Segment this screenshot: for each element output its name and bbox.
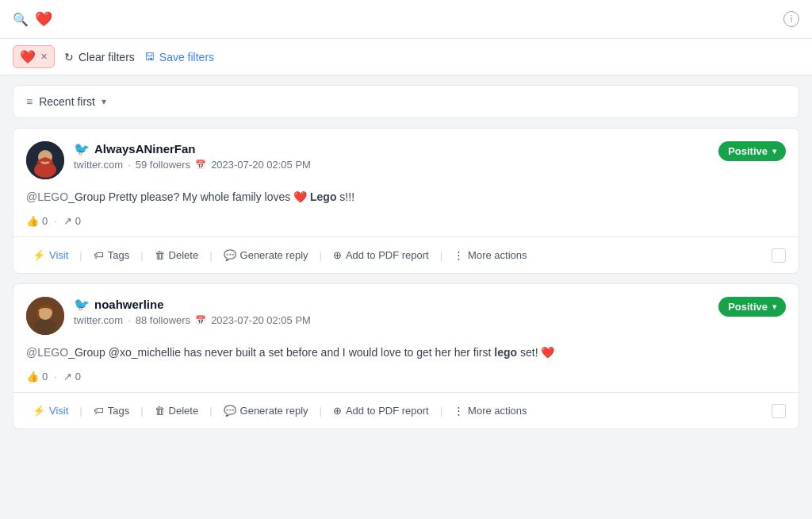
twitter-verified-icon: 🐦: [74, 297, 90, 312]
pdf-icon: ⊕: [333, 249, 342, 261]
sort-button[interactable]: ≡ Recent first ▾: [26, 95, 106, 108]
sort-icon: ≡: [26, 95, 33, 108]
filter-tag-close-icon[interactable]: ✕: [40, 52, 48, 62]
post-header: 🐦 AlwaysANinerFan twitter.com · 59 follo…: [26, 141, 786, 179]
search-heart-filter: ❤️: [35, 10, 52, 28]
share-count: 0: [75, 215, 81, 227]
post-card: 🐦 AlwaysANinerFan twitter.com · 59 follo…: [13, 128, 799, 274]
post-body: 🐦 noahwerline twitter.com · 88 followers…: [13, 284, 799, 392]
platform-label: twitter.com: [74, 159, 123, 171]
post-stats: 👍 0 · ↗ 0: [26, 215, 786, 227]
user-details: 🐦 AlwaysANinerFan twitter.com · 59 follo…: [74, 141, 311, 171]
visit-button[interactable]: ⚡ Visit: [26, 401, 75, 421]
generate-reply-button[interactable]: 💬 Generate reply: [217, 401, 315, 421]
search-icon: 🔍: [13, 12, 29, 27]
avatar-image: [26, 297, 64, 335]
followers-count: 88 followers: [136, 314, 190, 326]
action-bar: ⚡ Visit | 🏷 Tags | 🗑 Delete | 💬 Generate…: [13, 236, 799, 273]
bolt-icon: ⚡: [33, 249, 45, 261]
generate-reply-button[interactable]: 💬 Generate reply: [217, 245, 315, 265]
clear-filters-button[interactable]: ↻ Clear filters: [64, 51, 135, 63]
more-actions-button[interactable]: ⋮ More actions: [447, 401, 533, 421]
sentiment-label: Positive: [728, 301, 768, 313]
action-bar: ⚡ Visit | 🏷 Tags | 🗑 Delete | 💬 Generate…: [13, 392, 799, 429]
add-to-pdf-button[interactable]: ⊕ Add to PDF report: [327, 401, 435, 421]
more-actions-button[interactable]: ⋮ More actions: [447, 245, 533, 265]
post-checkbox[interactable]: [772, 404, 786, 418]
post-card: 🐦 noahwerline twitter.com · 88 followers…: [13, 283, 799, 429]
user-meta: twitter.com · 59 followers 📅 2023-07-20 …: [74, 159, 311, 171]
sentiment-chevron-icon: ▾: [772, 147, 776, 156]
platform-label: twitter.com: [74, 314, 123, 326]
share-icon: ↗: [63, 371, 72, 383]
like-count: 0: [42, 371, 48, 383]
thumbup-icon: 👍: [26, 215, 39, 227]
refresh-icon: ↻: [64, 51, 74, 63]
save-icon: 🖫: [144, 51, 155, 63]
post-user-info: 🐦 noahwerline twitter.com · 88 followers…: [26, 297, 311, 335]
share-count: 0: [75, 371, 81, 383]
bolt-icon: ⚡: [33, 405, 45, 417]
post-stats: 👍 0 · ↗ 0: [26, 371, 786, 383]
more-icon: ⋮: [454, 405, 464, 417]
user-name-row: 🐦 AlwaysANinerFan: [74, 141, 311, 156]
info-icon[interactable]: i: [783, 11, 799, 27]
post-user-info: 🐦 AlwaysANinerFan twitter.com · 59 follo…: [26, 141, 311, 179]
search-bar: 🔍 ❤️ i: [0, 0, 812, 39]
sort-chevron-icon: ▾: [102, 96, 106, 107]
mention: @LEGO: [26, 346, 68, 359]
post-text: @LEGO_Group @xo_michellie has never buil…: [26, 344, 786, 361]
calendar-icon: 📅: [195, 160, 206, 170]
tag-icon: 🏷: [94, 249, 104, 261]
add-to-pdf-button[interactable]: ⊕ Add to PDF report: [327, 245, 435, 265]
delete-button[interactable]: 🗑 Delete: [148, 245, 205, 265]
tags-button[interactable]: 🏷 Tags: [87, 245, 136, 265]
post-date: 2023-07-20 02:05 PM: [211, 159, 311, 171]
post-checkbox[interactable]: [772, 248, 786, 263]
chat-icon: 💬: [224, 249, 236, 261]
sentiment-badge[interactable]: Positive ▾: [718, 141, 786, 161]
share-stat: ↗ 0: [63, 371, 81, 383]
sentiment-label: Positive: [728, 145, 768, 157]
tag-icon: 🏷: [94, 405, 104, 417]
trash-icon: 🗑: [155, 249, 165, 261]
search-input-area[interactable]: [59, 8, 777, 30]
pdf-icon: ⊕: [333, 405, 342, 417]
like-count: 0: [42, 215, 48, 227]
save-filters-button[interactable]: 🖫 Save filters: [144, 51, 214, 63]
like-stat: 👍 0: [26, 371, 48, 383]
main-content: ≡ Recent first ▾: [0, 75, 812, 448]
post-header: 🐦 noahwerline twitter.com · 88 followers…: [26, 297, 786, 335]
filter-heart-icon: ❤️: [20, 49, 36, 64]
post-body: 🐦 AlwaysANinerFan twitter.com · 59 follo…: [13, 129, 799, 236]
chat-icon: 💬: [224, 405, 236, 417]
more-icon: ⋮: [454, 249, 464, 261]
avatar: [26, 297, 64, 335]
trash-icon: 🗑: [155, 405, 165, 417]
user-name-row: 🐦 noahwerline: [74, 297, 311, 312]
mention: @LEGO: [26, 190, 68, 203]
post-date: 2023-07-20 02:05 PM: [211, 314, 311, 326]
followers-count: 59 followers: [136, 159, 190, 171]
twitter-verified-icon: 🐦: [74, 141, 90, 156]
sort-bar: ≡ Recent first ▾: [13, 85, 799, 118]
like-stat: 👍 0: [26, 215, 48, 227]
username: AlwaysANinerFan: [94, 142, 196, 156]
delete-button[interactable]: 🗑 Delete: [148, 401, 205, 421]
sentiment-badge[interactable]: Positive ▾: [718, 297, 786, 317]
share-icon: ↗: [63, 215, 72, 227]
visit-button[interactable]: ⚡ Visit: [26, 245, 75, 265]
calendar-icon: 📅: [195, 315, 206, 325]
tags-button[interactable]: 🏷 Tags: [87, 401, 136, 421]
share-stat: ↗ 0: [63, 215, 81, 227]
thumbup-icon: 👍: [26, 371, 39, 383]
svg-point-4: [34, 319, 56, 335]
avatar-image: [26, 141, 64, 179]
active-filter-tag: ❤️ ✕: [13, 45, 55, 68]
username: noahwerline: [94, 298, 164, 311]
user-meta: twitter.com · 88 followers 📅 2023-07-20 …: [74, 314, 311, 326]
user-details: 🐦 noahwerline twitter.com · 88 followers…: [74, 297, 311, 326]
avatar: [26, 141, 64, 179]
filter-bar: ❤️ ✕ ↻ Clear filters 🖫 Save filters: [0, 39, 812, 75]
post-text: @LEGO_Group Pretty please? My whole fami…: [26, 189, 786, 206]
